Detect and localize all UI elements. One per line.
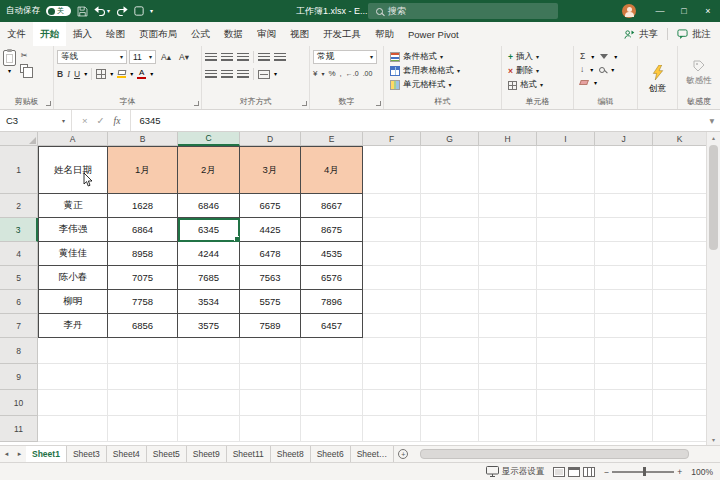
tab-data[interactable]: 数据 xyxy=(217,22,250,46)
table-cell[interactable]: 3534 xyxy=(178,290,240,314)
clear-icon[interactable] xyxy=(579,80,589,85)
tab-page-layout[interactable]: 页面布局 xyxy=(132,22,184,46)
cell[interactable] xyxy=(479,390,537,416)
sheet-tab[interactable]: Sheet1 xyxy=(26,446,67,462)
cell[interactable] xyxy=(479,290,537,314)
cancel-icon[interactable]: × xyxy=(82,115,88,126)
caret-down-icon[interactable]: ▾ xyxy=(321,71,324,77)
table-cell[interactable]: 4425 xyxy=(240,218,301,242)
cell[interactable] xyxy=(363,390,421,416)
table-cell[interactable]: 5575 xyxy=(240,290,301,314)
cell[interactable] xyxy=(479,218,537,242)
row-header[interactable]: 9 xyxy=(0,364,38,390)
cell[interactable] xyxy=(363,416,421,442)
table-cell[interactable]: 7758 xyxy=(108,290,178,314)
table-cell[interactable]: 李伟强 xyxy=(38,218,108,242)
copy-icon[interactable] xyxy=(20,64,28,73)
align-left-icon[interactable] xyxy=(205,70,217,79)
zoom-slider[interactable] xyxy=(612,471,674,473)
cell[interactable] xyxy=(653,290,706,314)
tab-formulas[interactable]: 公式 xyxy=(184,22,217,46)
column-header[interactable]: E xyxy=(301,132,363,146)
cell[interactable] xyxy=(479,242,537,266)
view-normal-button[interactable] xyxy=(553,467,565,477)
find-select-icon[interactable] xyxy=(599,67,605,73)
caret-down-icon[interactable]: ▾ xyxy=(130,71,133,77)
underline-button[interactable]: U xyxy=(74,70,80,79)
bold-button[interactable]: B xyxy=(57,70,63,79)
formula-input[interactable]: 6345 xyxy=(131,110,704,131)
cell[interactable] xyxy=(595,290,653,314)
insert-function-icon[interactable]: fx xyxy=(114,116,121,126)
paste-button[interactable]: ▾ xyxy=(3,50,16,96)
table-cell[interactable]: 7685 xyxy=(178,266,240,290)
row-header[interactable]: 6 xyxy=(0,290,38,314)
table-cell[interactable]: 6864 xyxy=(108,218,178,242)
cell[interactable] xyxy=(178,338,240,364)
row-header[interactable]: 5 xyxy=(0,266,38,290)
view-page-layout-button[interactable] xyxy=(568,467,580,477)
cell[interactable] xyxy=(653,364,706,390)
dialog-launcher-icon[interactable] xyxy=(46,101,51,106)
column-header[interactable]: I xyxy=(537,132,595,146)
row-header[interactable]: 7 xyxy=(0,314,38,338)
borders-icon[interactable] xyxy=(96,69,106,79)
row-header-selected[interactable]: 3 xyxy=(0,218,38,242)
increase-font-icon[interactable]: A▴ xyxy=(158,50,174,64)
format-as-table-button[interactable]: 套用表格格式 ▾ xyxy=(390,64,498,78)
sort-filter-icon[interactable] xyxy=(600,54,608,59)
caret-down-icon[interactable]: ▾ xyxy=(614,54,617,60)
cell[interactable] xyxy=(363,242,421,266)
cell[interactable] xyxy=(479,338,537,364)
cell[interactable] xyxy=(479,314,537,338)
conditional-formatting-button[interactable]: 条件格式 ▾ xyxy=(390,50,498,64)
align-top-icon[interactable] xyxy=(205,53,217,62)
cell[interactable] xyxy=(479,146,537,194)
fill-color-icon[interactable] xyxy=(117,70,126,79)
cell[interactable] xyxy=(240,390,301,416)
table-header-cell[interactable]: 4月 xyxy=(301,146,363,194)
caret-down-icon[interactable]: ▾ xyxy=(62,118,65,124)
format-cells-button[interactable]: 格式 ▾ xyxy=(508,78,570,92)
scrollbar-thumb[interactable] xyxy=(420,449,688,459)
cell[interactable] xyxy=(479,416,537,442)
sheet-tab[interactable]: Sheet4 xyxy=(107,446,147,462)
cell[interactable] xyxy=(363,218,421,242)
cell[interactable] xyxy=(653,242,706,266)
table-header-cell[interactable]: 1月 xyxy=(108,146,178,194)
cell[interactable] xyxy=(653,218,706,242)
cell[interactable] xyxy=(653,194,706,218)
zoom-slider-thumb[interactable] xyxy=(643,467,646,476)
view-page-break-button[interactable] xyxy=(583,467,595,477)
cell-styles-button[interactable]: 单元格样式 ▾ xyxy=(390,78,498,92)
column-header[interactable]: D xyxy=(240,132,301,146)
caret-down-icon[interactable]: ▾ xyxy=(110,71,113,77)
table-cell[interactable]: 7589 xyxy=(240,314,301,338)
cell[interactable] xyxy=(653,416,706,442)
sheet-nav-left-icon[interactable]: ◂ xyxy=(0,446,13,462)
cell[interactable] xyxy=(595,364,653,390)
table-cell[interactable]: 8958 xyxy=(108,242,178,266)
fill-icon[interactable]: ↓ xyxy=(580,65,584,74)
table-cell[interactable]: 6675 xyxy=(240,194,301,218)
column-header[interactable]: H xyxy=(479,132,537,146)
column-header[interactable]: A xyxy=(38,132,108,146)
cell[interactable] xyxy=(38,416,108,442)
align-middle-icon[interactable] xyxy=(221,53,233,62)
table-cell[interactable]: 李丹 xyxy=(38,314,108,338)
italic-button[interactable]: I xyxy=(67,70,70,79)
cell[interactable] xyxy=(363,314,421,338)
caret-down-icon[interactable]: ▾ xyxy=(591,54,594,60)
cell[interactable] xyxy=(537,266,595,290)
table-cell[interactable]: 黄佳佳 xyxy=(38,242,108,266)
table-cell[interactable]: 陈小春 xyxy=(38,266,108,290)
sheet-tab[interactable]: Sheet5 xyxy=(147,446,187,462)
cell[interactable] xyxy=(421,364,479,390)
cell[interactable] xyxy=(653,266,706,290)
cell[interactable] xyxy=(595,266,653,290)
caret-down-icon[interactable]: ▾ xyxy=(84,71,87,77)
row-header[interactable]: 10 xyxy=(0,390,38,416)
table-cell[interactable]: 7896 xyxy=(301,290,363,314)
dialog-launcher-icon[interactable] xyxy=(194,101,199,106)
cell[interactable] xyxy=(421,266,479,290)
